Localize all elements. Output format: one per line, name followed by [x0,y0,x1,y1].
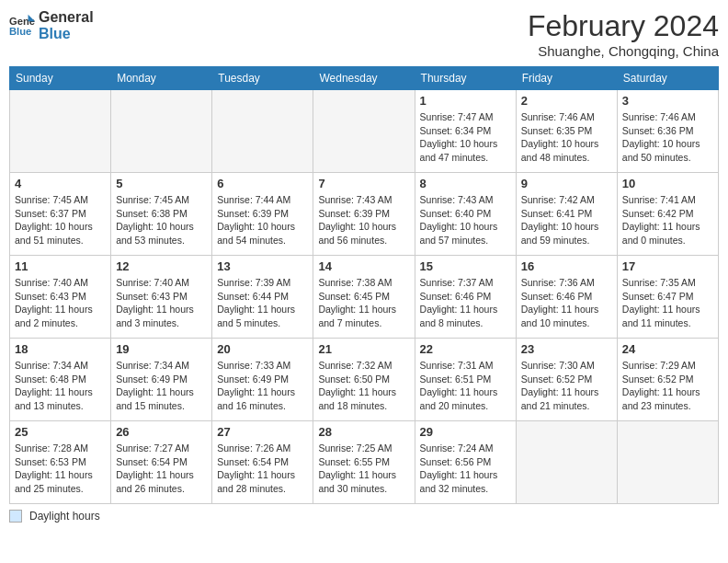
day-info: Sunrise: 7:35 AM Sunset: 6:47 PM Dayligh… [622,276,713,330]
header-tuesday: Tuesday [212,67,313,90]
day-info: Sunrise: 7:42 AM Sunset: 6:41 PM Dayligh… [521,193,612,247]
logo-icon: General Blue [9,13,35,39]
logo: General Blue General Blue [9,9,94,41]
day-info: Sunrise: 7:44 AM Sunset: 6:39 PM Dayligh… [217,193,308,247]
day-info: Sunrise: 7:43 AM Sunset: 6:39 PM Dayligh… [318,193,409,247]
header-thursday: Thursday [415,67,516,90]
calendar-week-3: 11Sunrise: 7:40 AM Sunset: 6:43 PM Dayli… [10,256,719,339]
table-row: 22Sunrise: 7:31 AM Sunset: 6:51 PM Dayli… [415,339,516,421]
table-row: 2Sunrise: 7:46 AM Sunset: 6:35 PM Daylig… [516,90,617,173]
day-info: Sunrise: 7:30 AM Sunset: 6:52 PM Dayligh… [521,359,612,413]
day-number: 12 [116,259,207,273]
day-number: 15 [420,259,511,273]
day-number: 25 [15,425,106,439]
day-info: Sunrise: 7:41 AM Sunset: 6:42 PM Dayligh… [622,193,713,247]
table-row: 13Sunrise: 7:39 AM Sunset: 6:44 PM Dayli… [212,256,313,339]
day-info: Sunrise: 7:40 AM Sunset: 6:43 PM Dayligh… [116,276,207,330]
day-number: 6 [217,177,308,190]
daylight-legend-label: Daylight hours [29,510,100,523]
day-number: 20 [217,342,308,356]
table-row: 28Sunrise: 7:25 AM Sunset: 6:55 PM Dayli… [313,421,415,504]
table-row [111,90,212,173]
table-row: 17Sunrise: 7:35 AM Sunset: 6:47 PM Dayli… [617,256,718,339]
day-info: Sunrise: 7:27 AM Sunset: 6:54 PM Dayligh… [116,442,207,496]
table-row: 21Sunrise: 7:32 AM Sunset: 6:50 PM Dayli… [313,339,415,421]
day-number: 17 [622,259,713,273]
table-row: 23Sunrise: 7:30 AM Sunset: 6:52 PM Dayli… [516,339,617,421]
day-number: 10 [622,177,713,190]
day-number: 21 [318,342,409,356]
day-number: 2 [521,94,612,108]
day-number: 18 [15,342,106,356]
table-row [516,421,617,504]
location-subtitle: Shuanghe, Chongqing, China [528,43,719,59]
day-number: 14 [318,259,409,273]
day-number: 23 [521,342,612,356]
day-info: Sunrise: 7:31 AM Sunset: 6:51 PM Dayligh… [420,359,511,413]
table-row: 9Sunrise: 7:42 AM Sunset: 6:41 PM Daylig… [516,173,617,256]
table-row: 24Sunrise: 7:29 AM Sunset: 6:52 PM Dayli… [617,339,718,421]
table-row: 1Sunrise: 7:47 AM Sunset: 6:34 PM Daylig… [415,90,516,173]
day-number: 16 [521,259,612,273]
month-year-title: February 2024 [528,9,719,43]
table-row: 5Sunrise: 7:45 AM Sunset: 6:38 PM Daylig… [111,173,212,256]
day-info: Sunrise: 7:34 AM Sunset: 6:49 PM Dayligh… [116,359,207,413]
day-number: 19 [116,342,207,356]
table-row: 6Sunrise: 7:44 AM Sunset: 6:39 PM Daylig… [212,173,313,256]
day-info: Sunrise: 7:45 AM Sunset: 6:38 PM Dayligh… [116,193,207,247]
day-info: Sunrise: 7:28 AM Sunset: 6:53 PM Dayligh… [15,442,106,496]
calendar-table: Sunday Monday Tuesday Wednesday Thursday… [9,66,719,504]
day-info: Sunrise: 7:32 AM Sunset: 6:50 PM Dayligh… [318,359,409,413]
day-info: Sunrise: 7:46 AM Sunset: 6:35 PM Dayligh… [521,110,612,165]
header-saturday: Saturday [617,67,718,90]
table-row: 18Sunrise: 7:34 AM Sunset: 6:48 PM Dayli… [10,339,111,421]
table-row: 11Sunrise: 7:40 AM Sunset: 6:43 PM Dayli… [10,256,111,339]
day-number: 4 [15,177,106,190]
day-info: Sunrise: 7:47 AM Sunset: 6:34 PM Dayligh… [420,110,511,165]
day-number: 28 [318,425,409,439]
calendar-header-row: Sunday Monday Tuesday Wednesday Thursday… [10,67,719,90]
daylight-legend-box [9,510,22,523]
day-number: 1 [420,94,511,108]
day-info: Sunrise: 7:34 AM Sunset: 6:48 PM Dayligh… [15,359,106,413]
logo-line2: Blue [39,26,94,42]
day-info: Sunrise: 7:37 AM Sunset: 6:46 PM Dayligh… [420,276,511,330]
day-info: Sunrise: 7:39 AM Sunset: 6:44 PM Dayligh… [217,276,308,330]
calendar-week-2: 4Sunrise: 7:45 AM Sunset: 6:37 PM Daylig… [10,173,719,256]
table-row: 8Sunrise: 7:43 AM Sunset: 6:40 PM Daylig… [415,173,516,256]
table-row: 15Sunrise: 7:37 AM Sunset: 6:46 PM Dayli… [415,256,516,339]
day-info: Sunrise: 7:43 AM Sunset: 6:40 PM Dayligh… [420,193,511,247]
table-row: 7Sunrise: 7:43 AM Sunset: 6:39 PM Daylig… [313,173,415,256]
header-friday: Friday [516,67,617,90]
table-row: 29Sunrise: 7:24 AM Sunset: 6:56 PM Dayli… [415,421,516,504]
svg-text:Blue: Blue [9,26,31,37]
footer: Daylight hours [9,510,719,523]
day-number: 27 [217,425,308,439]
table-row: 25Sunrise: 7:28 AM Sunset: 6:53 PM Dayli… [10,421,111,504]
table-row: 27Sunrise: 7:26 AM Sunset: 6:54 PM Dayli… [212,421,313,504]
day-info: Sunrise: 7:36 AM Sunset: 6:46 PM Dayligh… [521,276,612,330]
header-sunday: Sunday [10,67,111,90]
day-number: 8 [420,177,511,190]
table-row: 12Sunrise: 7:40 AM Sunset: 6:43 PM Dayli… [111,256,212,339]
day-number: 5 [116,177,207,190]
table-row: 26Sunrise: 7:27 AM Sunset: 6:54 PM Dayli… [111,421,212,504]
day-info: Sunrise: 7:33 AM Sunset: 6:49 PM Dayligh… [217,359,308,413]
day-number: 29 [420,425,511,439]
day-number: 24 [622,342,713,356]
day-info: Sunrise: 7:38 AM Sunset: 6:45 PM Dayligh… [318,276,409,330]
table-row [617,421,718,504]
page-header: General Blue General Blue February 2024 … [9,9,719,59]
header-wednesday: Wednesday [313,67,415,90]
day-info: Sunrise: 7:45 AM Sunset: 6:37 PM Dayligh… [15,193,106,247]
day-number: 3 [622,94,713,108]
table-row: 14Sunrise: 7:38 AM Sunset: 6:45 PM Dayli… [313,256,415,339]
day-number: 9 [521,177,612,190]
day-info: Sunrise: 7:40 AM Sunset: 6:43 PM Dayligh… [15,276,106,330]
day-number: 11 [15,259,106,273]
table-row: 4Sunrise: 7:45 AM Sunset: 6:37 PM Daylig… [10,173,111,256]
table-row [313,90,415,173]
day-number: 7 [318,177,409,190]
table-row: 16Sunrise: 7:36 AM Sunset: 6:46 PM Dayli… [516,256,617,339]
day-number: 26 [116,425,207,439]
